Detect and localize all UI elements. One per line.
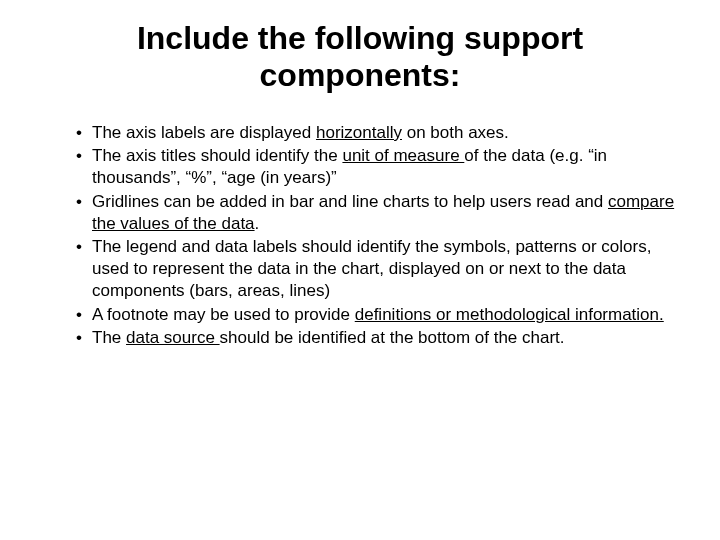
text-post: should be identified at the bottom of th… <box>220 328 565 347</box>
text-pre: Gridlines can be added in bar and line c… <box>92 192 608 211</box>
text-pre: The legend and data labels should identi… <box>92 237 651 300</box>
list-item: A footnote may be used to provide defini… <box>76 304 680 326</box>
slide-title: Include the following support components… <box>80 20 640 94</box>
text-pre: The axis titles should identify the <box>92 146 342 165</box>
text-underline: definitions or methodological informatio… <box>355 305 664 324</box>
text-post: on both axes. <box>402 123 509 142</box>
text-post: . <box>255 214 260 233</box>
bullet-list: The axis labels are displayed horizontal… <box>40 122 680 350</box>
text-pre: The <box>92 328 126 347</box>
list-item: The axis labels are displayed horizontal… <box>76 122 680 144</box>
list-item: The axis titles should identify the unit… <box>76 145 680 189</box>
list-item: Gridlines can be added in bar and line c… <box>76 191 680 235</box>
text-underline: data source <box>126 328 220 347</box>
slide: Include the following support components… <box>0 0 720 540</box>
text-underline: unit of measure <box>342 146 464 165</box>
text-underline: horizontally <box>316 123 402 142</box>
list-item: The data source should be identified at … <box>76 327 680 349</box>
list-item: The legend and data labels should identi… <box>76 236 680 301</box>
text-pre: The axis labels are displayed <box>92 123 316 142</box>
text-pre: A footnote may be used to provide <box>92 305 355 324</box>
